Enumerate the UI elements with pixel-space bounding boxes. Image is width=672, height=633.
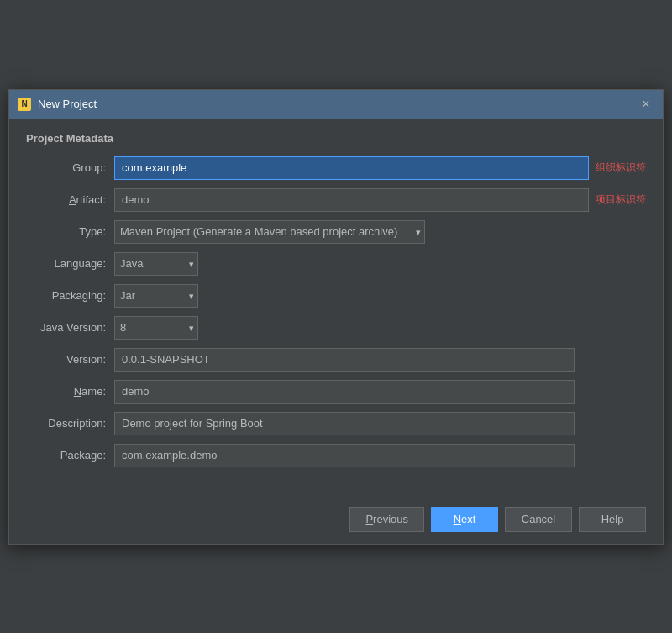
title-bar: N New Project × bbox=[9, 90, 663, 119]
packaging-label: Packaging: bbox=[26, 289, 114, 302]
language-select[interactable]: JavaKotlinGroovy bbox=[114, 252, 198, 276]
version-input[interactable] bbox=[114, 348, 575, 372]
cancel-button[interactable]: Cancel bbox=[505, 507, 572, 532]
app-icon: N bbox=[18, 98, 31, 111]
help-button[interactable]: Help bbox=[579, 507, 646, 532]
previous-label: Previous bbox=[365, 513, 408, 525]
next-button[interactable]: Next bbox=[431, 507, 498, 532]
next-label: Next bbox=[454, 513, 476, 525]
package-label: Package: bbox=[26, 449, 114, 462]
dialog-title: New Project bbox=[38, 98, 97, 110]
description-input[interactable] bbox=[114, 412, 575, 435]
java-version-select-container: 811141516 bbox=[114, 316, 198, 340]
java-version-row: Java Version: 811141516 bbox=[26, 316, 646, 340]
dialog-footer: Previous Next Cancel Help bbox=[9, 498, 663, 544]
packaging-row: Packaging: JarWar bbox=[26, 284, 646, 308]
java-version-label: Java Version: bbox=[26, 321, 114, 334]
new-project-dialog: N New Project × Project Metadata Group: … bbox=[8, 89, 664, 545]
name-label: Name: bbox=[26, 385, 114, 398]
java-version-select[interactable]: 811141516 bbox=[114, 316, 198, 340]
version-label: Version: bbox=[26, 353, 114, 366]
language-select-container: JavaKotlinGroovy bbox=[114, 252, 198, 276]
artifact-row: AArtifact:rtifact: 项目标识符 bbox=[26, 188, 646, 212]
artifact-label: AArtifact:rtifact: bbox=[26, 193, 114, 206]
type-row: Type: Maven Project (Generate a Maven ba… bbox=[26, 220, 646, 244]
artifact-hint: 项目标识符 bbox=[596, 193, 646, 207]
group-label: Group: bbox=[26, 161, 114, 174]
language-label: Language: bbox=[26, 257, 114, 270]
version-row: Version: bbox=[26, 348, 646, 372]
description-row: Description: bbox=[26, 412, 646, 435]
package-row: Package: bbox=[26, 444, 646, 467]
section-title: Project Metadata bbox=[26, 132, 646, 145]
dialog-content: Project Metadata Group: document.querySe… bbox=[9, 119, 663, 489]
type-select[interactable]: Maven Project (Generate a Maven based pr… bbox=[114, 220, 425, 244]
group-input[interactable] bbox=[114, 156, 589, 180]
packaging-select[interactable]: JarWar bbox=[114, 284, 198, 308]
group-row: Group: document.querySelector('[data-nam… bbox=[26, 156, 646, 180]
name-row: Name: bbox=[26, 380, 646, 404]
name-input[interactable] bbox=[114, 380, 575, 404]
previous-button[interactable]: Previous bbox=[349, 507, 424, 532]
type-label: Type: bbox=[26, 225, 114, 238]
language-row: Language: JavaKotlinGroovy bbox=[26, 252, 646, 276]
packaging-select-container: JarWar bbox=[114, 284, 198, 308]
description-label: Description: bbox=[26, 417, 114, 430]
type-select-container: Maven Project (Generate a Maven based pr… bbox=[114, 220, 425, 244]
artifact-input[interactable] bbox=[114, 188, 589, 212]
package-input[interactable] bbox=[114, 444, 575, 467]
close-button[interactable]: × bbox=[638, 96, 654, 113]
group-hint: 组织标识符 bbox=[596, 161, 646, 175]
